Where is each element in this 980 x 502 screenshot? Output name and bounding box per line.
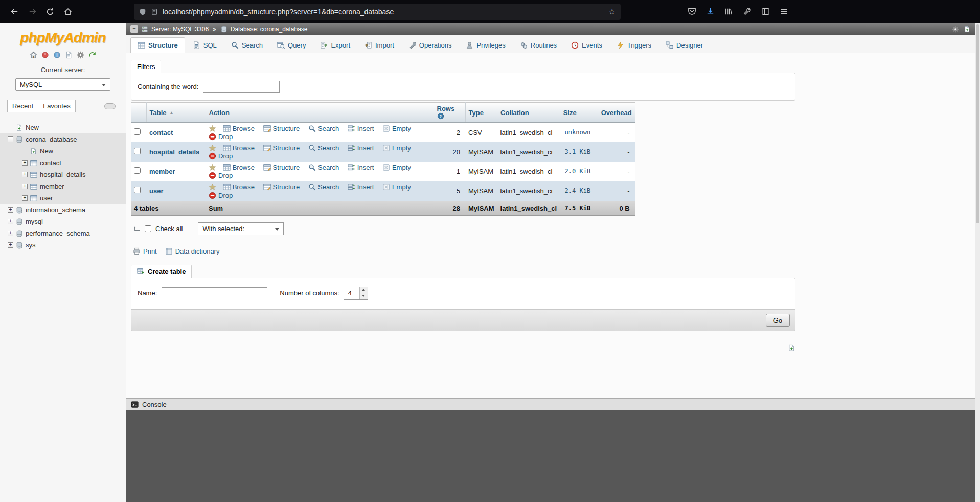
- new-window-icon[interactable]: [788, 344, 795, 352]
- page-scrollbar[interactable]: [975, 23, 980, 502]
- structure-link[interactable]: Structure: [263, 125, 300, 132]
- panel-toggle-button[interactable]: [130, 25, 138, 33]
- tab-designer[interactable]: Designer: [659, 38, 710, 53]
- favorite-star-icon[interactable]: [209, 183, 216, 191]
- logout-icon[interactable]: [41, 51, 49, 59]
- row-checkbox[interactable]: [134, 167, 141, 174]
- tab-privileges[interactable]: Privileges: [459, 38, 512, 53]
- minus-box-icon[interactable]: [8, 136, 13, 142]
- tab-query[interactable]: Query: [270, 38, 312, 53]
- drop-link[interactable]: Drop: [209, 133, 233, 141]
- row-checkbox[interactable]: [134, 187, 141, 193]
- structure-link[interactable]: Structure: [263, 183, 300, 191]
- bookmark-star-icon[interactable]: [609, 7, 616, 16]
- tab-search[interactable]: Search: [224, 38, 269, 53]
- table-name-link[interactable]: hospital_details: [149, 148, 199, 156]
- console-label[interactable]: Console: [142, 401, 167, 408]
- sidebar-item-member[interactable]: member: [0, 180, 126, 192]
- sidebar-item-information-schema[interactable]: information_schema: [0, 204, 126, 216]
- empty-link[interactable]: Empty: [382, 144, 411, 152]
- search-link[interactable]: Search: [308, 144, 339, 152]
- refresh-icon[interactable]: [88, 51, 96, 59]
- favorite-star-icon[interactable]: [209, 144, 216, 152]
- url-text[interactable]: localhost/phpmyadmin/db_structure.php?se…: [163, 8, 604, 16]
- tab-sql[interactable]: SQL: [186, 38, 223, 53]
- data-dictionary-link[interactable]: Data dictionary: [165, 247, 220, 255]
- browse-link[interactable]: Browse: [223, 125, 255, 132]
- info-icon[interactable]: [53, 51, 61, 59]
- header-size[interactable]: Size: [560, 103, 598, 123]
- browse-link[interactable]: Browse: [223, 183, 255, 191]
- print-link[interactable]: Print: [133, 247, 157, 255]
- collation-value[interactable]: latin1_swedish_ci: [497, 162, 560, 181]
- pma-home-icon[interactable]: [30, 51, 37, 59]
- breadcrumb-server-link[interactable]: Server: MySQL:3306: [151, 26, 209, 33]
- sidebar-panel-icon[interactable]: [761, 7, 770, 16]
- row-checkbox[interactable]: [134, 148, 141, 154]
- settings-gear-icon[interactable]: [77, 51, 84, 59]
- structure-link[interactable]: Structure: [263, 164, 300, 171]
- tab-routines[interactable]: Routines: [513, 38, 563, 53]
- sidebar-item-corona-database[interactable]: corona_database: [0, 133, 126, 145]
- breadcrumb-database-link[interactable]: Database: corona_database: [231, 26, 308, 33]
- with-selected-select[interactable]: With selected:: [198, 222, 284, 235]
- wrench-icon[interactable]: [742, 7, 752, 16]
- favorite-star-icon[interactable]: [209, 125, 216, 132]
- recent-tab[interactable]: Recent: [7, 100, 38, 112]
- sidebar-item-performance-schema[interactable]: performance_schema: [0, 227, 126, 239]
- pocket-icon[interactable]: [687, 7, 697, 16]
- docs-icon[interactable]: [65, 51, 73, 59]
- header-collation[interactable]: Collation: [497, 103, 560, 123]
- favorites-tab[interactable]: Favorites: [38, 100, 75, 112]
- sidebar-item-sys[interactable]: sys: [0, 239, 126, 251]
- download-icon[interactable]: [705, 7, 715, 16]
- search-link[interactable]: Search: [308, 164, 339, 171]
- plus-box-icon[interactable]: [8, 219, 13, 224]
- collation-value[interactable]: latin1_swedish_ci: [497, 123, 560, 143]
- table-name-input[interactable]: [162, 287, 267, 299]
- plus-box-icon[interactable]: [22, 184, 28, 189]
- menu-icon[interactable]: [779, 7, 789, 16]
- home-button[interactable]: [60, 4, 76, 19]
- check-all-label[interactable]: Check all: [155, 225, 183, 233]
- drop-link[interactable]: Drop: [209, 152, 233, 160]
- insert-link[interactable]: Insert: [348, 183, 374, 191]
- empty-link[interactable]: Empty: [382, 164, 411, 171]
- header-table[interactable]: Table: [146, 103, 206, 123]
- empty-link[interactable]: Empty: [382, 125, 411, 132]
- drop-link[interactable]: Drop: [209, 172, 233, 179]
- reload-button[interactable]: [42, 4, 58, 19]
- header-rows[interactable]: Rows: [434, 103, 465, 123]
- sidebar-item-user[interactable]: user: [0, 192, 126, 204]
- sidebar-item-new-table[interactable]: New: [0, 145, 126, 157]
- sidebar-item-mysql[interactable]: mysql: [0, 216, 126, 227]
- sidebar-item-contact[interactable]: contact: [0, 157, 126, 169]
- tab-structure[interactable]: Structure: [130, 37, 185, 53]
- tab-events[interactable]: Events: [564, 38, 609, 53]
- collation-value[interactable]: latin1_swedish_ci: [497, 181, 560, 201]
- tab-import[interactable]: Import: [358, 38, 401, 53]
- phpmyadmin-logo[interactable]: phpMyAdmin: [0, 23, 126, 46]
- server-select[interactable]: MySQL: [15, 78, 110, 91]
- help-icon[interactable]: [437, 112, 444, 120]
- plus-box-icon[interactable]: [8, 231, 13, 236]
- tab-operations[interactable]: Operations: [402, 38, 459, 53]
- spinner-down-icon[interactable]: [360, 293, 368, 299]
- new-window-icon[interactable]: [964, 26, 971, 33]
- shield-icon[interactable]: [139, 8, 146, 15]
- header-overhead[interactable]: Overhead: [598, 103, 634, 123]
- search-link[interactable]: Search: [308, 183, 339, 191]
- go-button[interactable]: Go: [766, 314, 790, 327]
- empty-link[interactable]: Empty: [382, 183, 411, 191]
- browse-link[interactable]: Browse: [223, 144, 255, 152]
- plus-box-icon[interactable]: [8, 207, 13, 213]
- tab-triggers[interactable]: Triggers: [610, 38, 658, 53]
- collation-value[interactable]: latin1_swedish_ci: [497, 142, 560, 162]
- panel-collapse-handle[interactable]: [104, 103, 116, 109]
- settings-gear-icon[interactable]: [952, 26, 959, 33]
- insert-link[interactable]: Insert: [348, 164, 374, 171]
- header-type[interactable]: Type: [465, 103, 497, 123]
- tab-export[interactable]: Export: [313, 38, 357, 53]
- search-link[interactable]: Search: [308, 125, 339, 132]
- library-icon[interactable]: [724, 7, 734, 16]
